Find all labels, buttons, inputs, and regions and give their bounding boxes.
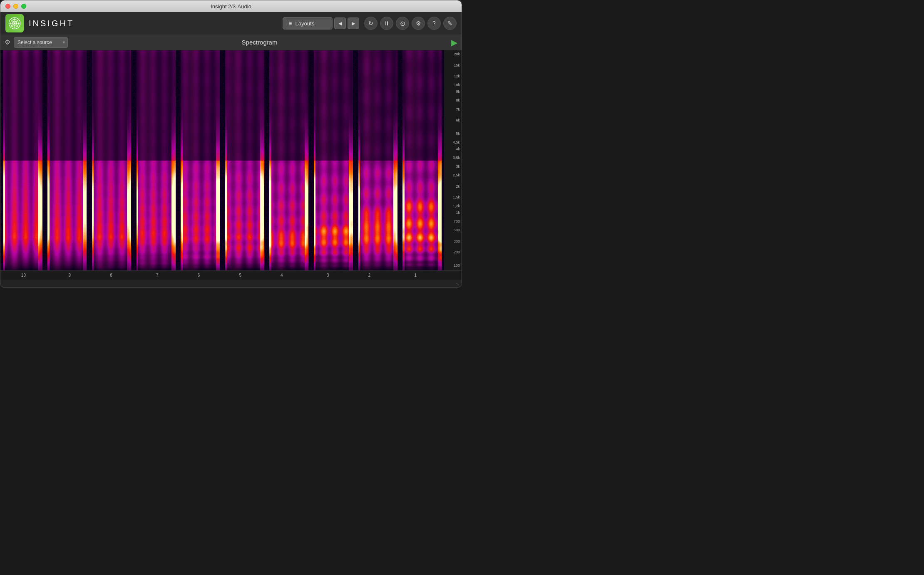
layouts-icon: ≡ [289, 20, 292, 27]
source-select[interactable]: Select a source [14, 37, 68, 48]
pencil-button[interactable]: ✎ [443, 17, 457, 30]
toolbar-settings-icon[interactable]: ⚙ [5, 38, 10, 46]
headphones-icon: ⊙ [400, 20, 405, 27]
header-icons: ↻ ⏸ ⊙ ⚙ ? ✎ [364, 17, 457, 30]
title-bar: Insight 2/3-Audio [0, 0, 462, 12]
help-icon: ? [432, 20, 436, 27]
settings-button[interactable]: ⚙ [412, 17, 425, 30]
y-axis-label: 500 [454, 228, 460, 232]
minimize-button[interactable] [13, 4, 18, 9]
app-name: INSIGHT [29, 19, 74, 28]
y-axis-label: 9k [456, 90, 460, 94]
spectrogram-with-yaxis: 20k15k12k10k9k8k7k6k5k4,5k4k3,5k3k2,5k2k… [0, 50, 462, 270]
loop-button[interactable]: ↻ [364, 17, 378, 30]
toolbar: ⚙ Select a source Spectrogram ▶ [0, 35, 462, 50]
next-button[interactable]: ▶ [348, 17, 359, 29]
y-axis-label: 3k [456, 165, 460, 169]
pause-icon: ⏸ [384, 20, 390, 27]
spectrogram-area: 20k15k12k10k9k8k7k6k5k4,5k4k3,5k3k2,5k2k… [0, 50, 462, 280]
window-title: Insight 2/3-Audio [211, 3, 251, 10]
resize-icon: ⤡ [456, 282, 459, 286]
fullscreen-button[interactable] [21, 4, 26, 9]
y-axis-label: 12k [454, 74, 460, 78]
y-axis-label: 300 [454, 240, 460, 243]
x-axis-label: 6 [198, 273, 200, 278]
prev-button[interactable]: ◀ [334, 17, 346, 29]
x-axis-label: 1 [414, 273, 417, 278]
y-axis-label: 1k [456, 211, 460, 215]
logo-icon [7, 16, 22, 30]
x-axis-label: 7 [156, 273, 159, 278]
y-axis-label: 8k [456, 99, 460, 102]
layouts-button[interactable]: ≡ Layouts [283, 17, 333, 30]
pencil-icon: ✎ [447, 20, 452, 27]
x-axis-label: 3 [327, 273, 329, 278]
main-header: INSIGHT ≡ Layouts ◀ ▶ ↻ ⏸ ⊙ ⚙ ? ✎ [0, 12, 462, 35]
layouts-label: Layouts [296, 20, 315, 27]
green-arrow-icon: ▶ [451, 37, 457, 47]
spectrogram-canvas [0, 50, 444, 270]
close-button[interactable] [5, 4, 10, 9]
y-axis-label: 7k [456, 108, 460, 112]
y-axis-label: 1,2k [453, 204, 460, 208]
pause-button[interactable]: ⏸ [380, 17, 393, 30]
headphones-button[interactable]: ⊙ [396, 17, 409, 30]
x-axis-label: 10 [21, 273, 26, 278]
y-axis-label: 3,5k [453, 156, 460, 160]
y-axis-label: 700 [454, 220, 460, 223]
status-bar: ⤡ [0, 280, 462, 288]
settings-icon: ⚙ [416, 20, 421, 27]
x-axis: 10987654321 [0, 270, 462, 280]
logo [5, 14, 24, 32]
source-select-wrapper: Select a source [14, 37, 68, 48]
next-icon: ▶ [352, 21, 355, 26]
x-axis-label: 5 [239, 273, 241, 278]
spectrogram-title: Spectrogram [71, 39, 448, 46]
traffic-lights [5, 4, 26, 9]
y-axis-label: 5k [456, 132, 460, 136]
y-axis-label: 4,5k [453, 141, 460, 144]
y-axis-label: 10k [454, 83, 460, 87]
y-axis-label: 2k [456, 185, 460, 188]
y-axis-label: 200 [454, 250, 460, 254]
y-axis-label: 6k [456, 119, 460, 122]
x-axis-label: 4 [281, 273, 283, 278]
y-axis-label: 2,5k [453, 173, 460, 177]
y-axis-label: 4k [456, 147, 460, 151]
spectrogram-canvas-container [0, 50, 444, 270]
y-axis-label: 15k [454, 64, 460, 67]
y-axis: 20k15k12k10k9k8k7k6k5k4,5k4k3,5k3k2,5k2k… [444, 50, 462, 270]
help-button[interactable]: ? [427, 17, 441, 30]
x-axis-label: 2 [368, 273, 371, 278]
y-axis-label: 20k [454, 52, 460, 56]
x-axis-label: 8 [110, 273, 112, 278]
x-axis-label: 9 [68, 273, 71, 278]
layouts-group: ≡ Layouts ◀ ▶ [283, 17, 359, 30]
y-axis-label: 1,5k [453, 196, 460, 199]
loop-icon: ↻ [368, 20, 373, 27]
prev-icon: ◀ [338, 21, 342, 26]
y-axis-label: 100 [454, 264, 460, 268]
